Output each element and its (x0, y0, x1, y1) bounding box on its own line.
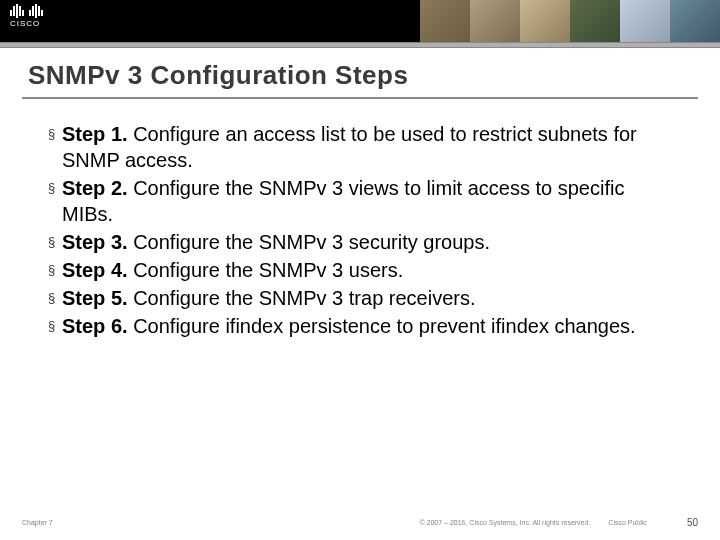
list-item: § Step 1. Configure an access list to be… (48, 121, 680, 173)
footer: Chapter 7 © 2007 – 2016, Cisco Systems, … (0, 517, 720, 528)
content-area: § Step 1. Configure an access list to be… (0, 99, 720, 339)
step-text: Step 6. Configure ifindex persistence to… (62, 313, 636, 339)
bullet-icon: § (48, 229, 62, 255)
header-photo-strip (420, 0, 720, 42)
cisco-logo-bars (10, 4, 43, 18)
step-text: Step 3. Configure the SNMPv 3 security g… (62, 229, 490, 255)
cisco-logo-text: CISCO (10, 19, 43, 28)
cisco-logo: CISCO (10, 4, 43, 28)
footer-chapter: Chapter 7 (22, 519, 53, 526)
bullet-icon: § (48, 285, 62, 311)
slide-title: SNMPv 3 Configuration Steps (0, 48, 720, 91)
page-number: 50 (687, 517, 698, 528)
step-text: Step 2. Configure the SNMPv 3 views to l… (62, 175, 680, 227)
bullet-icon: § (48, 257, 62, 283)
step-text: Step 5. Configure the SNMPv 3 trap recei… (62, 285, 476, 311)
top-bar: CISCO (0, 0, 720, 42)
step-text: Step 1. Configure an access list to be u… (62, 121, 680, 173)
list-item: § Step 6. Configure ifindex persistence … (48, 313, 680, 339)
footer-public: Cisco Public (608, 519, 647, 526)
bullet-icon: § (48, 313, 62, 339)
list-item: § Step 2. Configure the SNMPv 3 views to… (48, 175, 680, 227)
list-item: § Step 3. Configure the SNMPv 3 security… (48, 229, 680, 255)
bullet-icon: § (48, 121, 62, 147)
list-item: § Step 4. Configure the SNMPv 3 users. (48, 257, 680, 283)
footer-copyright: © 2007 – 2016, Cisco Systems, Inc. All r… (419, 519, 590, 526)
bullet-icon: § (48, 175, 62, 201)
list-item: § Step 5. Configure the SNMPv 3 trap rec… (48, 285, 680, 311)
slide: CISCO SNMPv 3 Configuration Steps § Step… (0, 0, 720, 540)
step-text: Step 4. Configure the SNMPv 3 users. (62, 257, 403, 283)
